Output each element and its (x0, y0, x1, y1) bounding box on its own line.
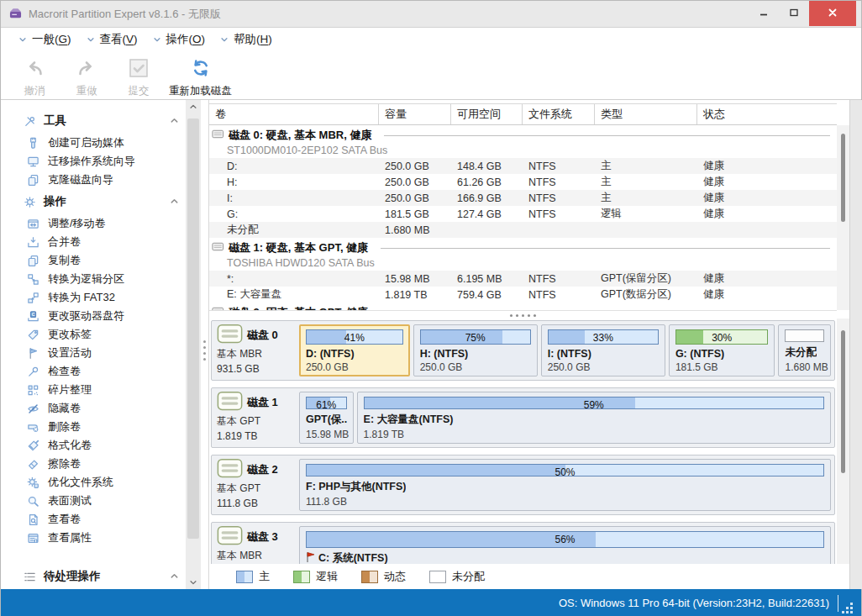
sidebar-item[interactable]: C更改驱动器盘符 (1, 307, 186, 325)
sidebar-item[interactable]: 删除卷 (1, 418, 186, 436)
disk-group-header[interactable]: 磁盘 0: 硬盘, 基本 MBR, 健康 (209, 125, 837, 144)
sidebar-item[interactable]: 复制卷 (1, 251, 186, 270)
partition-block[interactable]: 59%E: 大容量盘(NTFS)1.819 TB (357, 392, 831, 444)
scroll-up-icon[interactable] (186, 100, 201, 113)
menu-item-o[interactable]: 操作(O) (145, 29, 213, 50)
close-button[interactable] (809, 1, 856, 26)
disk-partitions: 41%D: (NTFS)250.0 GB75%H: (NTFS)250.0 GB… (299, 324, 831, 376)
sidebar-item[interactable]: 查看卷 (1, 510, 186, 529)
sidebar-section-header[interactable]: 工具 (1, 108, 186, 134)
usage-bar: 56% (306, 531, 824, 548)
menu-item-h[interactable]: 帮助(H) (213, 29, 280, 50)
disk-panel-info: 磁盘 3基本 MBR (215, 526, 292, 564)
table-row[interactable]: G:181.5 GB127.4 GBNTFS逻辑健康 (209, 206, 837, 222)
chevron-up-icon[interactable] (170, 571, 179, 583)
sidebar-item[interactable]: 格式化卷 (1, 436, 186, 455)
partition-block[interactable]: 61%GPT(保...15.98 MB (299, 392, 354, 444)
scrollbar-thumb[interactable] (841, 134, 845, 222)
sidebar-splitter[interactable] (201, 100, 209, 589)
format-volume-icon (26, 440, 39, 452)
menu-item-v[interactable]: 查看(V) (79, 29, 145, 50)
column-header[interactable]: 可用空间 (451, 104, 523, 124)
pending-operations-icon (23, 571, 36, 583)
os-info-text: OS: Windows 11 Pro 64-bit (Version:23H2,… (559, 597, 829, 609)
partition-block[interactable]: 50%F: PHP与其他(NTFS)111.8 GB (299, 459, 831, 511)
disk-scheme: 基本 GPT (217, 482, 292, 494)
sidebar-item[interactable]: 隐藏卷 (1, 399, 186, 418)
sidebar-item[interactable]: 更改标签 (1, 325, 186, 344)
resize-grip[interactable] (850, 611, 853, 613)
menu-item-g[interactable]: 一般(G) (11, 29, 79, 50)
table-row[interactable]: D:250.0 GB148.4 GBNTFS主健康 (209, 158, 837, 174)
toolbar-button-reload-disks[interactable]: 重新加载磁盘 (166, 57, 235, 98)
table-cell: 6.195 MB (451, 273, 523, 285)
column-header[interactable]: 容量 (379, 104, 451, 124)
disk-panel-1: 磁盘 1基本 GPT1.819 TB61%GPT(保...15.98 MB59%… (211, 387, 835, 448)
usage-bar: 75% (420, 329, 531, 345)
sidebar-scrollbar[interactable] (186, 100, 201, 589)
column-header[interactable]: 类型 (595, 104, 697, 124)
scrollbar-thumb[interactable] (187, 118, 199, 539)
sidebar-item[interactable]: 查看属性 (1, 529, 186, 547)
column-header[interactable]: 文件系统 (523, 104, 595, 124)
sidebar-item[interactable]: 克隆磁盘向导 (1, 171, 186, 189)
sidebar-item[interactable]: 表面测试 (1, 492, 186, 510)
disk-name: 磁盘 3 (247, 529, 292, 545)
column-header-label: 容量 (385, 107, 407, 122)
panels-scrollbar[interactable] (837, 319, 849, 564)
menu-item-label: 帮助(H) (234, 32, 272, 47)
scrollbar-thumb[interactable] (841, 330, 845, 473)
partition-block[interactable]: 56%C: 系统(NTFS) (299, 526, 831, 564)
partition-block[interactable]: 33%I: (NTFS)250.0 GB (541, 324, 665, 376)
partition-label: H: (NTFS) (420, 348, 469, 360)
table-row[interactable]: E: 大容量盘1.819 TB759.4 GBNTFSGPT(数据分区)健康 (209, 287, 837, 303)
sidebar-item-label: 擦除卷 (48, 456, 81, 471)
sidebar-item[interactable]: 转换为 FAT32 (1, 288, 186, 307)
disk-group-header[interactable]: 磁盘 2: 固态, 基本 GPT, 健康 (209, 303, 837, 310)
disk-group-header[interactable]: 磁盘 1: 硬盘, 基本 GPT, 健康 (209, 238, 837, 256)
partition-block[interactable]: 未分配1.680 MB (778, 324, 831, 376)
sidebar-section-header[interactable]: 操作 (1, 189, 186, 214)
sidebar-section-title: 待处理操作 (44, 569, 162, 584)
table-row[interactable]: H:250.0 GB61.26 GBNTFS主健康 (209, 174, 837, 190)
table-scrollbar[interactable] (837, 125, 849, 310)
sidebar-item[interactable]: 设置活动 (1, 344, 186, 362)
disk-panel-info: 磁盘 0基本 MBR931.5 GB (215, 324, 292, 376)
table-row[interactable]: I:250.0 GB166.9 GBNTFS主健康 (209, 190, 837, 206)
check-volume-icon (26, 366, 39, 378)
partition-name-row: GPT(保... (306, 413, 347, 427)
toolbar-button-commit[interactable]: 提交 (113, 57, 164, 98)
maximize-button[interactable] (779, 1, 809, 26)
sidebar-item[interactable]: 调整/移动卷 (1, 214, 186, 233)
column-header[interactable]: 卷 (209, 104, 379, 124)
undo-icon (24, 57, 45, 82)
sidebar-item[interactable]: 擦除卷 (1, 455, 186, 473)
table-row[interactable]: 未分配1.680 MB (209, 222, 837, 238)
partition-block[interactable]: 75%H: (NTFS)250.0 GB (413, 324, 538, 376)
toolbar-button-undo[interactable]: 撤消 (9, 57, 60, 98)
sidebar-item[interactable]: 迁移操作系统向导 (1, 152, 186, 171)
partition-block[interactable]: 41%D: (NTFS)250.0 GB (299, 324, 410, 376)
table-cell: H: (209, 176, 379, 188)
toolbar-button-redo[interactable]: 重做 (61, 57, 112, 98)
sidebar-item[interactable]: 碎片整理 (1, 381, 186, 399)
sidebar-section-header[interactable]: 待处理操作 (1, 564, 186, 589)
table-row[interactable]: *:15.98 MB6.195 MBNTFSGPT(保留分区)健康 (209, 271, 837, 287)
partition-size: 1.819 TB (364, 429, 824, 440)
sidebar-item[interactable]: 创建可启动媒体 (1, 134, 186, 152)
chevron-up-icon[interactable] (170, 196, 179, 208)
sidebar-item[interactable]: 检查卷 (1, 362, 186, 381)
chevron-up-icon[interactable] (170, 115, 179, 128)
drive-icon (217, 458, 247, 482)
sidebar-item[interactable]: 优化文件系统 (1, 473, 186, 492)
sidebar-pending-section: 待处理操作 (1, 564, 186, 589)
sidebar-item[interactable]: 转换为逻辑分区 (1, 270, 186, 288)
sidebar-item[interactable]: 合并卷 (1, 233, 186, 251)
legend-label: 主 (259, 569, 270, 584)
column-header[interactable]: 状态 (697, 104, 837, 124)
minimize-button[interactable] (749, 1, 779, 26)
scroll-down-icon[interactable] (186, 576, 201, 589)
partition-block[interactable]: 30%G: (NTFS)181.5 GB (669, 324, 775, 376)
partition-name-row: 未分配 (785, 345, 824, 360)
column-header-label: 状态 (703, 107, 725, 122)
